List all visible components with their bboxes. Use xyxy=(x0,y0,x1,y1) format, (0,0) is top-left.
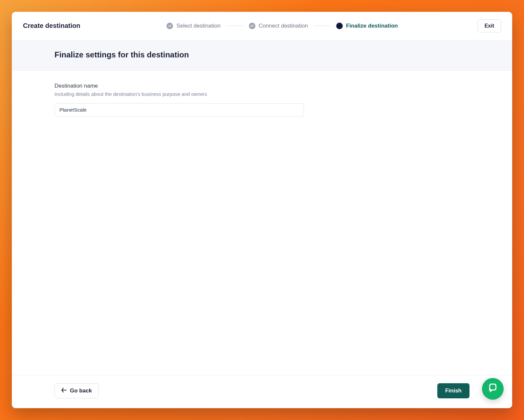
step-label: Select destination xyxy=(176,23,220,29)
chat-icon xyxy=(487,383,498,395)
destination-name-help: Including details about the destination'… xyxy=(55,91,304,97)
check-icon xyxy=(249,23,255,29)
stepper: Select destination Connect destination F… xyxy=(100,23,464,29)
step-connector xyxy=(227,26,243,26)
header-bar: Create destination Select destination Co… xyxy=(12,12,512,40)
destination-name-input[interactable] xyxy=(55,103,304,116)
app-window: Create destination Select destination Co… xyxy=(12,12,512,408)
finish-button[interactable]: Finish xyxy=(437,383,469,398)
step-current-icon xyxy=(336,23,343,29)
step-connector xyxy=(314,26,330,26)
step-label: Finalize destination xyxy=(346,23,398,29)
main-content: Destination name Including details about… xyxy=(12,71,512,375)
step-connect-destination[interactable]: Connect destination xyxy=(249,23,308,29)
arrow-left-icon xyxy=(61,388,67,394)
check-icon xyxy=(166,23,173,29)
step-select-destination[interactable]: Select destination xyxy=(166,23,220,29)
chat-widget-button[interactable] xyxy=(482,378,504,400)
step-finalize-destination[interactable]: Finalize destination xyxy=(336,23,398,29)
step-label: Connect destination xyxy=(259,23,308,29)
destination-name-label: Destination name xyxy=(55,83,304,89)
go-back-label: Go back xyxy=(70,388,92,394)
section-heading: Finalize settings for this destination xyxy=(55,50,304,59)
exit-button[interactable]: Exit xyxy=(478,19,501,32)
footer-bar: Go back Finish xyxy=(12,375,512,408)
svg-rect-0 xyxy=(490,385,495,389)
page-title: Create destination xyxy=(23,22,80,30)
subheader: Finalize settings for this destination xyxy=(12,40,512,71)
go-back-button[interactable]: Go back xyxy=(55,383,99,398)
